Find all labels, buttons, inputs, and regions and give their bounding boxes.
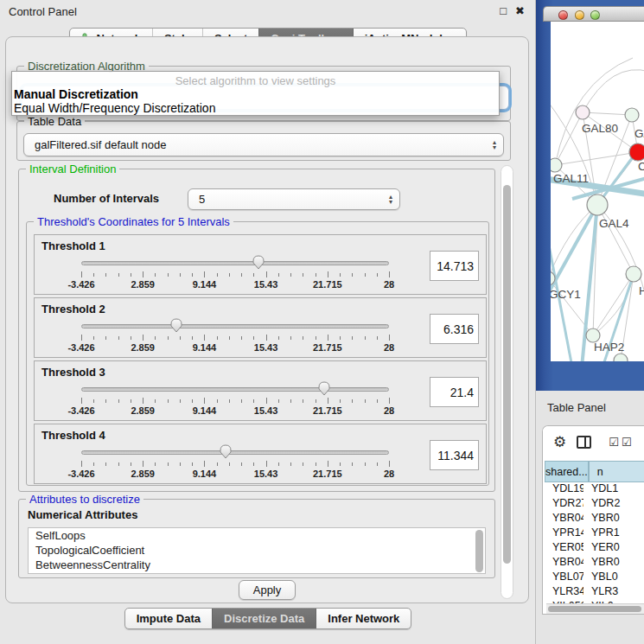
network-node[interactable] (614, 354, 628, 361)
table-row[interactable]: YPR145WYPR1 (545, 526, 644, 541)
column-header-shared-name[interactable]: shared... (545, 461, 589, 482)
network-node[interactable] (625, 108, 639, 122)
cell-shared-name[interactable]: YER054C (545, 541, 583, 556)
network-node[interactable] (551, 158, 562, 172)
zoom-traffic-icon[interactable] (590, 10, 600, 20)
numerical-attributes-label: Numerical Attributes (28, 508, 137, 521)
cell-name[interactable]: YBL0 (583, 571, 644, 585)
tab-label: Discretize Data (224, 612, 304, 625)
table-data-group: Table Data galFiltered.sif default node … (16, 121, 511, 161)
cell-name[interactable]: YBR0 (583, 556, 644, 571)
attribute-item[interactable]: TopologicalCoefficient (29, 543, 485, 558)
threshold-4-slider-thumb[interactable] (219, 443, 233, 459)
number-of-intervals-combobox[interactable]: 5 ▴▾ (188, 188, 400, 210)
threshold-2-panel: Threshold 2-3.4262.8599.14415.4321.71528… (34, 297, 487, 358)
close-traffic-icon[interactable] (558, 10, 568, 20)
float-window-icon[interactable]: □ (500, 4, 507, 17)
network-node[interactable] (629, 143, 644, 161)
table-row[interactable]: YER054CYER0 (545, 541, 644, 556)
table-horizontal-scrollbar[interactable] (546, 603, 644, 614)
close-icon[interactable]: ✖ (515, 4, 525, 17)
table-row[interactable]: YBR043CYBR0 (545, 512, 644, 526)
table-panel-title: Table Panel (547, 401, 606, 414)
threshold-3-value-field[interactable]: 21.4 (430, 377, 479, 407)
cell-name[interactable]: YPR1 (583, 526, 644, 541)
network-window-titlebar[interactable] (543, 6, 644, 22)
threshold-label: Threshold 2 (41, 303, 105, 316)
cell-name[interactable]: YLR3 (583, 585, 644, 600)
thresholds-coordinates-group: Threshold's Coordinates for 5 Intervals … (26, 221, 489, 486)
tab-label: Impute Data (137, 612, 201, 625)
bottom-segmented-control: Impute DataDiscretize DataInfer Network (124, 608, 412, 629)
table-panel: ⚙ ☑ ☑ shared... n YDL19...YDL1YDR27...YD… (542, 425, 644, 615)
cell-name[interactable]: YER0 (583, 541, 644, 556)
algorithm-option[interactable]: Manual Discretization (12, 87, 499, 101)
table-row[interactable]: YDR27...YDR2 (545, 497, 644, 512)
algorithm-option[interactable]: Equal Width/Frequency Discretization (12, 101, 499, 115)
table-row[interactable]: YDL19...YDL1 (545, 482, 644, 497)
minimize-traffic-icon[interactable] (575, 10, 584, 20)
slider-ticks (81, 461, 389, 468)
column-header-name[interactable]: n (589, 461, 644, 482)
attribute-item[interactable]: BetweennessCentrality (29, 558, 485, 572)
control-panel: Control Panel □ ✖ NetworkStyleSelectCyni… (0, 0, 536, 644)
panel-scrollbar-thumb[interactable] (503, 185, 511, 564)
cell-shared-name[interactable]: YBR043C (545, 512, 583, 526)
table-data-combobox-value: galFiltered.sif default node (35, 138, 166, 151)
table-scrollbar-thumb[interactable] (548, 606, 641, 612)
threshold-1-slider-thumb[interactable] (252, 254, 265, 270)
node-label: H (639, 284, 644, 297)
slider-ticks (81, 271, 389, 278)
threshold-3-slider-thumb[interactable] (317, 380, 331, 396)
number-of-intervals-label: Number of Intervals (54, 192, 159, 205)
bottom-tab-discretize-data[interactable]: Discretize Data (212, 609, 316, 628)
cell-shared-name[interactable]: YDR27... (545, 497, 583, 512)
apply-button[interactable]: Apply (239, 580, 296, 600)
cell-shared-name[interactable]: YPR145W (545, 526, 583, 541)
checkbox-checked-icon[interactable]: ☑ (622, 436, 632, 449)
threshold-2-value-field[interactable]: 6.316 (430, 314, 479, 344)
numerical-attributes-list[interactable]: SelfLoopsTopologicalCoefficientBetweenne… (28, 527, 486, 574)
right-pane: GAL80GACGAL11GAL4GCY1HHAP2 Table Panel ⚙… (536, 0, 644, 644)
threshold-1-slider-track[interactable] (81, 261, 389, 265)
bottom-tab-impute-data[interactable]: Impute Data (125, 609, 212, 628)
attribute-item[interactable]: SelfLoops (29, 528, 485, 543)
node-label: GAL11 (553, 172, 589, 185)
cell-name[interactable]: YDR2 (583, 497, 644, 512)
cell-name[interactable]: YDL1 (583, 482, 644, 497)
threshold-2-slider-thumb[interactable] (169, 317, 183, 333)
combobox-stepper-icon: ▴▾ (493, 140, 496, 150)
cell-shared-name[interactable]: YLR345W (545, 585, 583, 600)
node-table: shared... n YDL19...YDL1YDR27...YDR2YBR0… (545, 461, 644, 614)
threshold-4-slider-track[interactable] (81, 450, 389, 455)
threshold-2-slider-track[interactable] (81, 324, 389, 328)
network-node[interactable] (576, 105, 590, 119)
slider-tick-labels: -3.4262.8599.14415.4321.71528 (81, 469, 389, 480)
attributes-scrollbar-thumb[interactable] (475, 530, 483, 572)
gear-icon[interactable]: ⚙ (553, 435, 566, 450)
threshold-1-value-field[interactable]: 14.713 (430, 251, 479, 281)
cell-name[interactable]: YBR0 (583, 512, 644, 526)
threshold-3-slider-track[interactable] (81, 387, 389, 392)
network-node[interactable] (626, 266, 641, 282)
table-row[interactable]: YBL079WYBL0 (545, 571, 644, 585)
network-window-frame[interactable]: GAL80GACGAL11GAL4GCY1HHAP2 (536, 0, 644, 391)
cell-shared-name[interactable]: YBR045C (545, 556, 583, 571)
cell-shared-name[interactable]: YDL19... (545, 482, 583, 497)
node-label: GCY1 (551, 288, 581, 301)
table-data-combobox[interactable]: galFiltered.sif default node ▴▾ (23, 133, 504, 156)
table-row[interactable]: YLR345WYLR3 (545, 585, 644, 600)
split-table-icon[interactable] (577, 436, 591, 449)
node-label: C (638, 160, 644, 173)
bottom-tab-infer-network[interactable]: Infer Network (316, 609, 411, 628)
group-title: Table Data (24, 115, 85, 128)
panel-scrollbar[interactable] (501, 165, 513, 599)
attributes-scrollbar[interactable] (475, 530, 483, 572)
table-row[interactable]: YBR045CYBR0 (545, 556, 644, 571)
cell-shared-name[interactable]: YBL079W (545, 571, 583, 585)
checkbox-checked-icon[interactable]: ☑ (609, 436, 619, 449)
threshold-4-value-field[interactable]: 11.344 (430, 440, 479, 470)
network-node[interactable] (587, 194, 608, 215)
network-canvas[interactable]: GAL80GACGAL11GAL4GCY1HHAP2 (551, 22, 644, 361)
slider-tick-labels: -3.4262.8599.14415.4321.71528 (81, 279, 389, 290)
